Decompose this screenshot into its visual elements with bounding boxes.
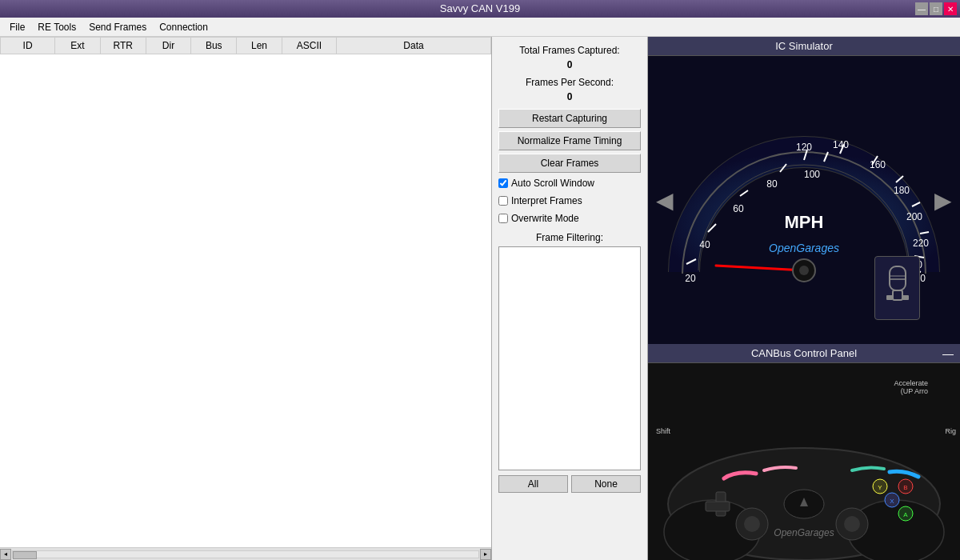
svg-text:200: 200 [906,211,922,222]
svg-text:140: 140 [833,139,849,150]
overwrite-mode-row: Overwrite Mode [498,211,641,226]
interpret-frames-checkbox[interactable] [498,196,508,206]
minimize-button[interactable]: — [915,2,928,15]
menubar: File RE Tools Send Frames Connection [0,18,960,37]
svg-text:20: 20 [685,273,696,284]
frame-data-area[interactable] [0,54,491,547]
auto-scroll-label: Auto Scroll Window [511,178,594,189]
normalize-button[interactable]: Normalize Frame Timing [498,131,641,150]
accelerate-label: Accelerate (UP Arro [894,379,928,395]
svg-rect-32 [893,290,902,300]
filter-label: Frame Filtering: [498,232,641,243]
total-frames-label: Total Frames Captured: [498,45,641,56]
interpret-frames-row: Interpret Frames [498,194,641,208]
canbus-title: CANBus Control Panel — [648,344,960,363]
scroll-track[interactable] [12,550,479,558]
svg-text:180: 180 [894,185,910,196]
controls-panel: Total Frames Captured: 0 Frames Per Seco… [492,37,648,560]
menu-re-tools[interactable]: RE Tools [31,19,82,35]
col-rtr: RTR [100,38,146,54]
gear-icon [874,256,920,320]
nav-right-arrow[interactable]: ▶ [934,187,952,214]
col-data: Data [336,38,490,54]
main-layout: ID Ext RTR Dir Bus Len ASCII Data ◂ ▸ To [0,37,960,560]
horizontal-scrollbar[interactable]: ◂ ▸ [0,547,491,560]
ic-panel: IC Simulator ◀ ▶ [648,37,960,560]
svg-point-47 [844,516,860,532]
col-ext: Ext [55,38,101,54]
nav-left-arrow[interactable]: ◀ [656,187,674,214]
svg-line-4 [740,190,748,196]
scroll-right-arrow[interactable]: ▸ [480,549,491,560]
menu-file[interactable]: File [3,19,31,35]
gamepad-area: Accelerate (UP Arro Shift Rig [648,363,960,560]
overwrite-mode-checkbox[interactable] [498,214,508,223]
scroll-thumb[interactable] [13,551,37,559]
overwrite-mode-label: Overwrite Mode [511,213,579,224]
svg-text:X: X [890,498,894,505]
svg-text:MPH: MPH [785,212,824,232]
window-controls: — □ ✕ [915,2,957,15]
auto-scroll-row: Auto Scroll Window [498,176,641,190]
svg-text:80: 80 [766,178,778,190]
svg-point-43 [744,516,760,532]
col-id: ID [1,38,55,54]
svg-text:OpenGarages: OpenGarages [769,242,839,254]
fps-label: Frames Per Second: [498,77,641,88]
col-len: Len [237,38,282,54]
fps-value: 0 [498,91,641,102]
svg-text:220: 220 [913,238,929,249]
svg-text:A: A [903,511,908,518]
svg-text:160: 160 [870,159,886,170]
titlebar: Savvy CAN V199 — □ ✕ [0,0,960,18]
frame-table-panel: ID Ext RTR Dir Bus Len ASCII Data ◂ ▸ [0,37,492,560]
svg-text:100: 100 [804,169,820,180]
canbus-section: CANBus Control Panel — Accelerate (UP Ar… [648,344,960,560]
ic-simulator-title: IC Simulator [648,37,960,56]
filter-input[interactable] [498,246,641,470]
auto-scroll-checkbox[interactable] [498,178,508,188]
menu-connection[interactable]: Connection [153,19,214,35]
svg-text:Y: Y [878,484,882,491]
total-frames-value: 0 [498,59,641,70]
menu-send-frames[interactable]: Send Frames [82,19,153,35]
svg-text:OpenGarages: OpenGarages [774,527,834,538]
svg-rect-41 [706,502,730,511]
scroll-left-arrow[interactable]: ◂ [0,549,11,560]
svg-rect-33 [886,295,893,300]
frame-table: ID Ext RTR Dir Bus Len ASCII Data [0,37,491,54]
svg-rect-34 [902,295,909,300]
svg-line-28 [716,266,804,270]
col-ascii: ASCII [282,38,336,54]
speedometer-area: ◀ ▶ [648,56,960,344]
filter-buttons: All None [498,475,641,493]
canbus-minimize-button[interactable]: — [942,347,954,360]
col-dir: Dir [146,38,191,54]
clear-button[interactable]: Clear Frames [498,154,641,173]
svg-point-30 [799,266,809,275]
restart-button[interactable]: Restart Capturing [498,109,641,128]
filter-none-button[interactable]: None [571,475,641,493]
interpret-frames-label: Interpret Frames [511,195,582,206]
svg-text:60: 60 [733,203,744,214]
maximize-button[interactable]: □ [930,2,942,15]
close-button[interactable]: ✕ [944,2,957,15]
col-bus: Bus [191,38,237,54]
svg-rect-31 [890,266,906,290]
app-title: Savvy CAN V199 [440,0,520,18]
svg-text:120: 120 [796,142,812,153]
filter-all-button[interactable]: All [498,475,568,493]
svg-text:40: 40 [699,239,710,250]
gamepad-svg: X B A Y OpenGarages [648,400,960,560]
svg-text:B: B [903,484,907,491]
